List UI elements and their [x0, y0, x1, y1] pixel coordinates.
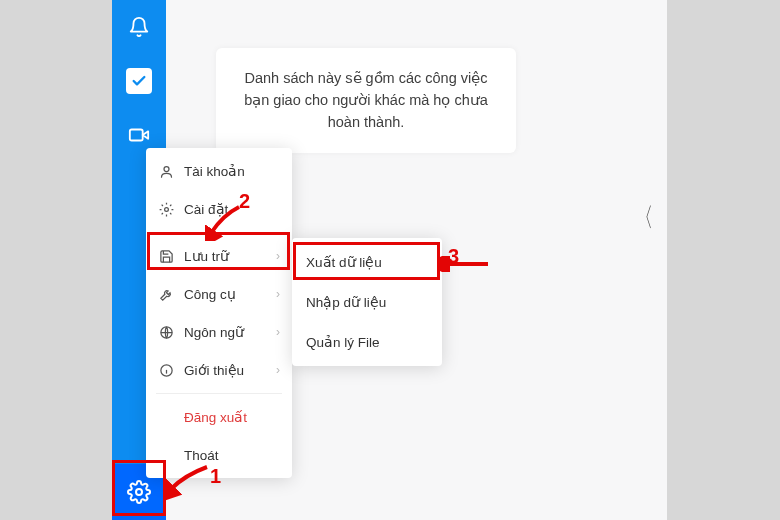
menu-exit-label: Thoát — [184, 448, 219, 463]
settings-small-icon — [158, 202, 174, 217]
menu-language-label: Ngôn ngữ — [184, 324, 244, 340]
tools-icon — [158, 287, 174, 302]
user-icon — [158, 164, 174, 179]
chevron-right-icon: › — [276, 287, 280, 301]
submenu-export[interactable]: Xuất dữ liệu — [292, 242, 442, 282]
menu-account[interactable]: Tài khoản — [146, 152, 292, 190]
chevron-right-icon: › — [276, 249, 280, 263]
storage-submenu: Xuất dữ liệu Nhập dữ liệu Quản lý File — [292, 238, 442, 366]
menu-storage-label: Lưu trữ — [184, 248, 229, 264]
gear-icon — [127, 480, 151, 504]
submenu-export-label: Xuất dữ liệu — [306, 254, 382, 270]
bell-icon — [128, 16, 150, 38]
menu-settings-label: Cài đặt — [184, 201, 228, 217]
caret-left-icon[interactable]: 〈 — [635, 200, 653, 235]
chevron-right-icon: › — [276, 325, 280, 339]
menu-account-label: Tài khoản — [184, 163, 245, 179]
info-card-text: Danh sách này sẽ gồm các công việc bạn g… — [244, 70, 488, 130]
sidebar-tasks[interactable] — [112, 54, 166, 108]
menu-about-label: Giới thiệu — [184, 362, 244, 378]
svg-point-4 — [164, 207, 168, 211]
submenu-import-label: Nhập dữ liệu — [306, 294, 386, 310]
menu-storage[interactable]: Lưu trữ › — [146, 237, 292, 275]
menu-logout-label: Đăng xuất — [184, 409, 247, 425]
svg-point-3 — [164, 166, 169, 171]
info-icon — [158, 363, 174, 378]
video-icon — [128, 124, 150, 146]
menu-language[interactable]: Ngôn ngữ › — [146, 313, 292, 351]
separator — [156, 393, 282, 394]
save-icon — [158, 249, 174, 264]
chevron-right-icon: › — [276, 363, 280, 377]
menu-tools[interactable]: Công cụ › — [146, 275, 292, 313]
sidebar-notifications[interactable] — [112, 0, 166, 54]
menu-logout[interactable]: Đăng xuất — [146, 398, 292, 436]
separator — [156, 232, 282, 233]
globe-icon — [158, 325, 174, 340]
settings-menu: Tài khoản Cài đặt Lưu trữ › Công cụ › Ng… — [146, 148, 292, 478]
submenu-manage[interactable]: Quản lý File — [292, 322, 442, 362]
submenu-import[interactable]: Nhập dữ liệu — [292, 282, 442, 322]
menu-exit[interactable]: Thoát — [146, 436, 292, 474]
info-card: Danh sách này sẽ gồm các công việc bạn g… — [216, 48, 516, 153]
menu-settings[interactable]: Cài đặt — [146, 190, 292, 228]
svg-point-2 — [136, 489, 142, 495]
check-icon — [126, 68, 152, 94]
svg-rect-0 — [130, 130, 143, 141]
menu-tools-label: Công cụ — [184, 286, 236, 302]
menu-about[interactable]: Giới thiệu › — [146, 351, 292, 389]
submenu-manage-label: Quản lý File — [306, 334, 380, 350]
